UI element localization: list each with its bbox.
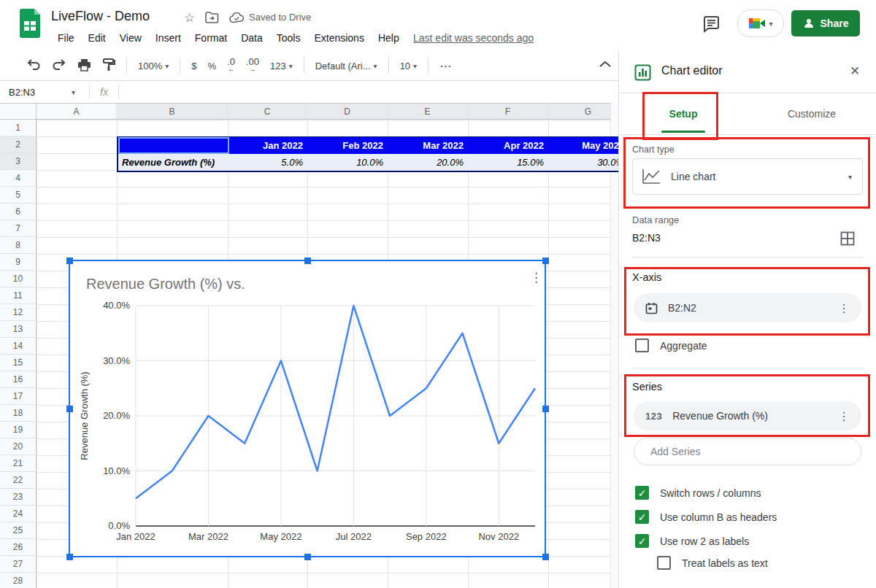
- row-header-26[interactable]: 26: [0, 539, 36, 556]
- share-button[interactable]: Share: [791, 10, 860, 36]
- undo-icon[interactable]: [26, 58, 41, 74]
- resize-handle[interactable]: [66, 406, 73, 412]
- resize-handle[interactable]: [66, 554, 73, 560]
- meet-button[interactable]: ▾: [737, 9, 784, 37]
- paint-format-icon[interactable]: [102, 58, 115, 74]
- column-header-C[interactable]: C: [228, 103, 307, 120]
- row-header-11[interactable]: 11: [0, 287, 36, 304]
- resize-handle[interactable]: [66, 258, 73, 264]
- menu-format[interactable]: Format: [195, 31, 227, 45]
- row-label-cell[interactable]: Revenue Growth (%): [118, 154, 229, 171]
- currency-format-button[interactable]: $: [191, 61, 196, 71]
- formula-input[interactable]: [119, 82, 618, 102]
- option-treat-labels-as-text[interactable]: Treat labels as text: [657, 556, 768, 570]
- more-options-icon[interactable]: ⋮: [838, 301, 850, 315]
- column-header-D[interactable]: D: [307, 103, 388, 120]
- row-header-9[interactable]: 9: [0, 254, 36, 271]
- row-header-22[interactable]: 22: [0, 472, 36, 489]
- star-icon[interactable]: ☆: [184, 10, 195, 26]
- zoom-select[interactable]: 100%▾: [138, 61, 169, 71]
- header-cell[interactable]: Apr 2022: [469, 137, 550, 154]
- data-table[interactable]: Jan 2022Feb 2022Mar 2022Apr 2022May 2022…: [117, 136, 618, 172]
- embedded-chart[interactable]: 0.0%10.0%20.0%30.0%40.0%Jan 2022Mar 2022…: [69, 260, 545, 557]
- header-cell[interactable]: Feb 2022: [309, 137, 389, 154]
- column-header-F[interactable]: F: [468, 103, 548, 120]
- add-series-button[interactable]: Add Series: [634, 438, 861, 465]
- x-axis-range-pill[interactable]: B2:N2 ⋮: [634, 293, 861, 322]
- row-header-7[interactable]: 7: [0, 220, 36, 237]
- option-use-column-b-as-headers[interactable]: ✓Use column B as headers: [635, 510, 777, 524]
- number-format-button[interactable]: 123▾: [270, 61, 293, 71]
- data-range-value[interactable]: B2:N3: [632, 232, 661, 244]
- value-cell[interactable]: 15.0%: [469, 154, 550, 171]
- menu-tools[interactable]: Tools: [277, 31, 301, 45]
- checked-checkbox[interactable]: ✓: [635, 486, 649, 500]
- menu-extensions[interactable]: Extensions: [314, 31, 364, 45]
- tab-setup[interactable]: Setup: [619, 93, 748, 134]
- resize-handle[interactable]: [542, 406, 549, 412]
- value-cell[interactable]: 5.0%: [229, 154, 309, 171]
- row-header-20[interactable]: 20: [0, 438, 36, 455]
- aggregate-checkbox[interactable]: [635, 339, 649, 352]
- menu-edit[interactable]: Edit: [88, 31, 106, 45]
- select-all-corner[interactable]: [0, 103, 36, 120]
- chart-type-dropdown[interactable]: Line chart ▾: [632, 158, 863, 195]
- vertical-scrollbar[interactable]: [610, 103, 618, 588]
- tab-customize[interactable]: Customize: [748, 93, 876, 134]
- last-edit-link[interactable]: Last edit was seconds ago: [413, 32, 534, 44]
- aggregate-option[interactable]: Aggregate: [635, 339, 707, 352]
- row-header-6[interactable]: 6: [0, 204, 36, 220]
- chart-more-menu-icon[interactable]: ⋮: [530, 270, 542, 285]
- redo-icon[interactable]: [52, 58, 66, 74]
- row-header-8[interactable]: 8: [0, 237, 36, 254]
- name-box[interactable]: B2:N3: [0, 87, 72, 98]
- spreadsheet-grid[interactable]: ABCDEFG123456789101112131415161718192021…: [0, 102, 618, 588]
- sheets-logo-icon[interactable]: [18, 8, 42, 42]
- value-cell[interactable]: 10.0%: [309, 154, 389, 171]
- collapse-toolbar-button[interactable]: [599, 60, 612, 71]
- select-range-grid-icon[interactable]: [840, 231, 855, 249]
- increase-decimal-button[interactable]: .00→: [246, 58, 259, 74]
- resize-handle[interactable]: [542, 554, 549, 560]
- more-toolbar-options-button[interactable]: ⋯: [439, 59, 451, 73]
- series-pill[interactable]: 123 Revenue Growth (%) ⋮: [634, 401, 861, 430]
- column-header-E[interactable]: E: [388, 103, 468, 120]
- option-switch-rows-columns[interactable]: ✓Switch rows / columns: [635, 486, 761, 500]
- menu-data[interactable]: Data: [241, 31, 263, 45]
- column-header-B[interactable]: B: [117, 103, 228, 120]
- menu-file[interactable]: File: [58, 31, 74, 45]
- name-box-caret-icon[interactable]: ▾: [72, 88, 89, 96]
- cloud-saved-icon[interactable]: [229, 12, 245, 27]
- row-header-16[interactable]: 16: [0, 371, 36, 388]
- unchecked-checkbox[interactable]: [657, 556, 671, 570]
- percent-format-button[interactable]: %: [208, 61, 217, 71]
- resize-handle[interactable]: [304, 258, 311, 264]
- row-header-24[interactable]: 24: [0, 506, 36, 522]
- close-icon[interactable]: ✕: [850, 63, 860, 79]
- print-icon[interactable]: [77, 58, 91, 74]
- checked-checkbox[interactable]: ✓: [635, 510, 649, 524]
- row-header-12[interactable]: 12: [0, 304, 36, 321]
- row-header-15[interactable]: 15: [0, 355, 36, 371]
- row-header-28[interactable]: 28: [0, 573, 36, 588]
- row-header-5[interactable]: 5: [0, 187, 36, 204]
- comments-icon[interactable]: [702, 15, 721, 36]
- checked-checkbox[interactable]: ✓: [635, 534, 649, 548]
- header-cell[interactable]: Jan 2022: [229, 137, 309, 154]
- menu-view[interactable]: View: [120, 31, 142, 45]
- row-header-2[interactable]: 2: [0, 136, 36, 153]
- row-header-25[interactable]: 25: [0, 522, 36, 539]
- document-title[interactable]: LiveFlow - Demo: [51, 9, 150, 24]
- font-size-select[interactable]: 10▾: [400, 61, 418, 71]
- row-header-10[interactable]: 10: [0, 271, 36, 287]
- row-header-1[interactable]: 1: [0, 120, 36, 136]
- font-select[interactable]: Default (Ari...▾: [315, 61, 377, 71]
- row-header-13[interactable]: 13: [0, 321, 36, 338]
- row-header-21[interactable]: 21: [0, 455, 36, 472]
- move-folder-icon[interactable]: [205, 12, 219, 27]
- row-header-4[interactable]: 4: [0, 170, 36, 187]
- header-cell[interactable]: Mar 2022: [389, 137, 469, 154]
- header-cell[interactable]: May 2022: [550, 137, 618, 154]
- resize-handle[interactable]: [542, 258, 549, 264]
- value-cell[interactable]: 20.0%: [389, 154, 469, 171]
